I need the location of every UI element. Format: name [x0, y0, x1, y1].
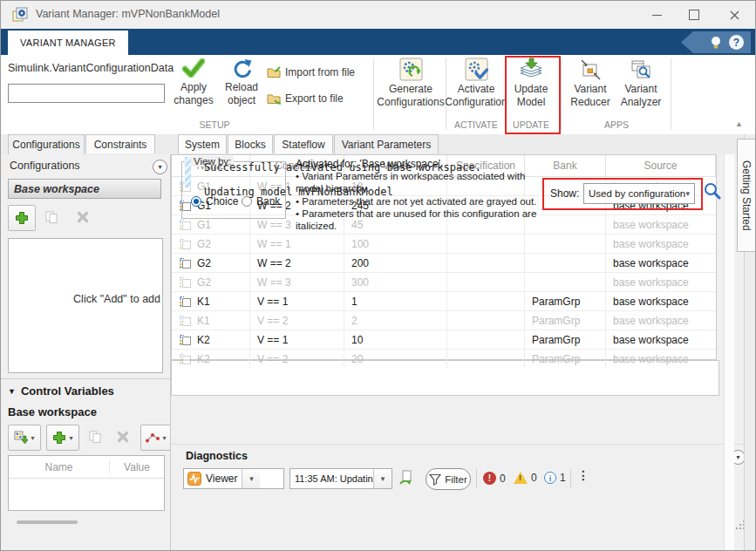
tab-label: Blocks	[235, 139, 265, 151]
table-row[interactable]: K2 V == 110 ParamGrpbase workspace	[172, 330, 716, 350]
configurations-panel: Configurations ▾ Base workspace Click "A…	[1, 154, 171, 550]
config-class-label: Simulink.VariantConfigurationData	[8, 62, 174, 74]
apply-check-icon	[182, 58, 205, 78]
warning-icon	[514, 472, 528, 484]
help-icon[interactable]: ?	[729, 35, 744, 50]
copy-configuration-button[interactable]	[41, 207, 62, 228]
diagnostic-run-dropdown[interactable]: 11:35 AM: Updating mod ▾	[289, 468, 392, 489]
control-variables-header[interactable]: ▼ Control Variables	[8, 384, 114, 398]
apply-changes-button[interactable]: Apply changes	[172, 58, 215, 107]
configurations-list[interactable]: Click "Add" to add	[8, 238, 163, 373]
copy-icon	[45, 211, 58, 223]
getting-started-tab[interactable]: Getting Started	[737, 139, 755, 252]
table-row[interactable]: K1 V == 22 ParamGrpbase workspace	[172, 311, 716, 330]
config-object-input[interactable]	[8, 84, 165, 103]
show-filter-highlight-box: Show: Used by configuration ▾	[542, 178, 703, 210]
tab-configurations[interactable]: Configurations	[8, 134, 85, 154]
export-label: Export to file	[285, 92, 344, 105]
add-configuration-button[interactable]	[8, 205, 36, 231]
control-variables-title: Control Variables	[21, 384, 114, 398]
close-button[interactable]	[719, 4, 749, 25]
show-filter-value: Used by configuration	[589, 188, 685, 199]
radio-selected-icon	[191, 196, 201, 207]
viewer-label: Viewer	[201, 473, 242, 485]
panel-menu-icon[interactable]: ▾	[153, 160, 167, 174]
workspace-selector[interactable]: Base workspace	[8, 179, 161, 199]
horizontal-scrollbar[interactable]	[17, 520, 78, 524]
export-to-file-button[interactable]: Export to file	[267, 92, 344, 105]
tab-label: System	[185, 139, 220, 151]
copy-variable-button[interactable]	[85, 426, 106, 447]
search-parameters-icon[interactable]	[704, 182, 721, 200]
plot-variables-button[interactable]: ▾	[140, 425, 171, 451]
activate-configuration-label: Activate Configuration	[445, 83, 507, 109]
getting-started-label: Getting Started	[740, 160, 753, 231]
collapse-ribbon-icon[interactable]: ▲	[735, 119, 743, 128]
dropdown-caret-icon: ▾	[31, 434, 34, 442]
add-plus-icon	[15, 211, 29, 225]
activate-configuration-button[interactable]: Activate Configuration	[448, 58, 504, 109]
ribbon-help-area: ?	[681, 31, 751, 53]
add-variable-button[interactable]: ▾	[46, 425, 79, 451]
viewer-dropdown[interactable]: Viewer ▾	[183, 468, 284, 489]
copy-icon	[89, 431, 101, 443]
update-model-button[interactable]: Update Model	[508, 58, 554, 109]
import-from-file-button[interactable]: Import from file	[267, 66, 355, 78]
error-count-badge[interactable]: ! 0	[483, 472, 506, 485]
generate-configurations-label: Generate Configurations	[377, 83, 444, 109]
dropdown-caret-icon: ▾	[69, 434, 72, 442]
variant-reducer-icon	[580, 59, 601, 80]
reload-icon	[231, 58, 252, 79]
delete-configuration-button[interactable]	[72, 207, 93, 228]
update-model-label: Update Model	[508, 83, 554, 109]
name-column-header: Name	[9, 461, 110, 473]
variant-reducer-button[interactable]: Variant Reducer	[568, 58, 613, 109]
table-row[interactable]: G2 W == 3300 base workspace	[172, 273, 716, 292]
show-label: Show:	[550, 187, 579, 200]
tab-variant-manager[interactable]: VARIANT MANAGER	[8, 31, 128, 55]
show-filter-dropdown[interactable]: Used by configuration ▾	[583, 183, 695, 204]
tab-blocks[interactable]: Blocks	[228, 134, 273, 153]
import-folder-icon	[267, 66, 281, 78]
table-row[interactable]: K1 V == 11 ParamGrpbase workspace	[172, 292, 716, 311]
collapse-section-icon: ▼	[8, 387, 16, 396]
panel-divider[interactable]	[1, 378, 171, 379]
lightbulb-icon[interactable]	[710, 36, 722, 50]
tab-constraints[interactable]: Constraints	[85, 134, 155, 153]
variant-analyzer-label: Variant Analyzer	[616, 83, 665, 109]
workspace-selector-label: Base workspace	[14, 183, 99, 195]
app-icon	[12, 7, 28, 23]
filter-button[interactable]: Filter	[426, 468, 471, 490]
tab-stateflow[interactable]: Stateflow	[274, 134, 333, 153]
base-workspace-title: Base workspace	[8, 405, 97, 418]
control-variables-table[interactable]: Name Value	[8, 455, 165, 511]
info-count-badge[interactable]: i 1	[544, 472, 566, 484]
funnel-icon	[429, 473, 441, 486]
error-count: 0	[500, 473, 506, 485]
import-variables-button[interactable]: ▾	[8, 425, 41, 451]
reload-object-button[interactable]: Reload object	[221, 58, 262, 107]
export-diagnostics-icon[interactable]	[398, 470, 414, 486]
close-icon	[730, 10, 739, 20]
variant-parameter-icon	[179, 257, 192, 269]
table-row[interactable]: K2 V == 220 ParamGrpbase workspace	[172, 350, 716, 369]
warning-count-badge[interactable]: 0	[514, 472, 537, 484]
variant-parameter-icon	[179, 238, 192, 250]
table-row[interactable]: G2 W == 1100 base workspace	[172, 235, 716, 254]
minimize-button[interactable]	[642, 4, 671, 25]
info-line: italicized.	[296, 220, 575, 232]
connector-icon	[146, 432, 160, 443]
tab-label: Stateflow	[282, 139, 324, 151]
maximize-button[interactable]	[679, 4, 709, 25]
col-source[interactable]: Source	[606, 155, 716, 176]
tab-variant-parameters[interactable]: Variant Parameters	[334, 134, 439, 154]
diagnostics-divider[interactable]	[171, 444, 744, 445]
variant-analyzer-button[interactable]: Variant Analyzer	[616, 58, 665, 109]
delete-variable-button[interactable]	[112, 426, 133, 447]
diagnostics-title: Diagnostics	[186, 450, 248, 462]
delete-x-icon	[117, 431, 129, 443]
tab-system[interactable]: System	[178, 134, 227, 153]
more-options-icon[interactable]: ⋮	[577, 468, 589, 482]
generate-configurations-button[interactable]: Generate Configurations	[378, 58, 444, 109]
table-row[interactable]: G2 W == 2200 base workspace	[172, 254, 716, 273]
